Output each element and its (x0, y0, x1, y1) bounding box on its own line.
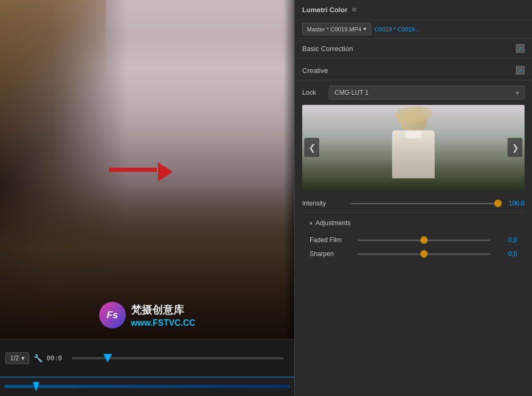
faded-film-value: 0,0 (496, 236, 517, 244)
sharpen-thumb[interactable] (420, 250, 428, 258)
adjustments-content: Faded Film 0,0 Sharpen 0,0 (302, 231, 525, 263)
panel-title-text: Lumetri Color (302, 6, 347, 14)
timeline-track[interactable] (72, 357, 284, 359)
timecode-display: 00:0 (47, 354, 62, 362)
timeline-marker (33, 382, 39, 391)
look-row: Look CMG LUT 1 ▾ (302, 80, 525, 105)
panel-menu-icon[interactable]: ≡ (352, 5, 356, 14)
faded-film-label: Faded Film (310, 236, 352, 244)
look-value: CMG LUT 1 (335, 89, 369, 96)
master-clip-dropdown[interactable]: Master * C0019.MP4 ▾ (302, 23, 371, 35)
video-preview-panel: Fs 梵摄创意库 www.FSTVC.CC (0, 0, 294, 339)
look-dropdown-arrow: ▾ (516, 90, 519, 96)
sharpen-fill (358, 253, 424, 255)
faded-film-thumb[interactable] (420, 236, 428, 244)
creative-section-header[interactable]: Creative ✓ (295, 61, 532, 80)
creative-checkbox[interactable]: ✓ (516, 66, 525, 75)
master-clip-label: Master * C0019.MP4 (307, 26, 361, 32)
look-label: Look (302, 89, 323, 96)
basic-correction-check: ✓ (518, 46, 522, 52)
preview-head (400, 109, 427, 130)
playback-controls: 1/2 ▾ 🔧 00:0 (0, 339, 294, 376)
panel-header: Lumetri Color ≡ (295, 0, 532, 20)
intensity-value: 100,0 (503, 200, 525, 207)
timeline-strip (0, 377, 294, 396)
creative-check: ✓ (518, 68, 522, 73)
adjustments-header[interactable]: ▾ Adjustments (302, 215, 525, 231)
look-dropdown[interactable]: CMG LUT 1 ▾ (329, 86, 525, 100)
master-clip-arrow: ▾ (363, 26, 367, 32)
look-preview-bg (302, 105, 525, 190)
intensity-slider-row: Intensity 100,0 (302, 196, 525, 210)
look-preview-container: ❮ ❯ (302, 105, 525, 190)
clip-selector-row: Master * C0019.MP4 ▾ C0019 * C0019... (295, 20, 532, 39)
watermark-logo: Fs (99, 302, 126, 328)
faded-film-track[interactable] (358, 240, 491, 241)
sharpen-track[interactable] (358, 253, 491, 255)
playhead[interactable] (103, 354, 112, 362)
faded-film-row: Faded Film 0,0 (310, 233, 517, 247)
intensity-label: Intensity (302, 200, 345, 207)
preview-collar (405, 130, 421, 138)
basic-correction-checkbox[interactable]: ✓ (516, 44, 525, 53)
sharpen-value: 0,0 (496, 250, 517, 258)
basic-correction-title: Basic Correction (302, 45, 353, 53)
watermark-chinese: 梵摄创意库 (131, 303, 195, 317)
right-vignette (284, 0, 294, 339)
sharpen-row: Sharpen 0,0 (310, 247, 517, 261)
creative-content: Look CMG LUT 1 ▾ (295, 80, 532, 268)
lumetri-color-panel: Lumetri Color ≡ Master * C0019.MP4 ▾ C00… (294, 0, 532, 396)
preview-woman-figure (379, 109, 448, 186)
faded-film-fill (358, 240, 424, 241)
basic-correction-header[interactable]: Basic Correction ✓ (295, 39, 532, 59)
creative-title: Creative (302, 67, 328, 75)
ratio-value: 1/2 (10, 354, 19, 362)
wrench-icon[interactable]: 🔧 (34, 354, 43, 362)
playback-ratio-dropdown[interactable]: 1/2 ▾ (5, 352, 29, 364)
clip-instance-label: C0019 * C0019... (375, 26, 419, 32)
adjustments-title: Adjustments (315, 219, 351, 227)
sharpen-label: Sharpen (310, 250, 352, 258)
divider-1 (302, 212, 525, 213)
ratio-chevron: ▾ (21, 354, 24, 362)
preview-prev-button[interactable]: ❮ (304, 138, 319, 157)
intensity-slider-track[interactable] (350, 203, 498, 204)
panel-title: Lumetri Color ≡ (302, 5, 356, 14)
adjustments-chevron: ▾ (310, 220, 312, 226)
watermark-overlay: Fs 梵摄创意库 www.FSTVC.CC (99, 302, 195, 328)
intensity-slider-thumb[interactable] (494, 200, 502, 207)
video-background: Fs 梵摄创意库 www.FSTVC.CC (0, 0, 294, 339)
clip-strip (4, 385, 290, 388)
preview-next-button[interactable]: ❯ (508, 138, 522, 157)
intensity-slider-fill (350, 203, 498, 204)
hair-overlay (0, 0, 106, 203)
watermark-url: www.FSTVC.CC (131, 318, 195, 328)
preview-body (392, 130, 435, 178)
